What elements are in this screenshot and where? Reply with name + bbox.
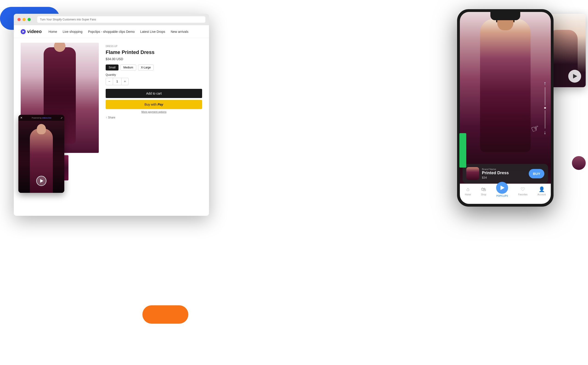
popclips-label: POPCLIPS [496, 195, 508, 197]
phone-frame: ↑ ↓ ☞ Brand Name Printed Dress $34 BUY [457, 9, 553, 207]
share-label: Share [108, 116, 115, 119]
site-logo[interactable]: videeo [21, 29, 42, 34]
nav-home[interactable]: Home [49, 30, 57, 34]
buy-now-button[interactable]: Buy with Pay [106, 100, 202, 109]
quantity-control: − 1 + [106, 78, 129, 85]
nav-live-drops[interactable]: Latest Live Drops [140, 30, 165, 34]
product-breadcrumb: DRESS UP [106, 45, 202, 48]
scroll-arrows: ↑ ↓ [544, 81, 546, 135]
size-xlarge[interactable]: X-Large [138, 64, 154, 70]
product-card-thumb-inner [466, 167, 479, 180]
phone-model-figure [480, 19, 531, 152]
nav-tab-favorites[interactable]: ♡ Favorites [518, 186, 528, 196]
shop-label: Shop [481, 193, 486, 196]
phone-video-background: ↑ ↓ ☞ Brand Name Printed Dress $34 BUY [460, 12, 551, 204]
product-price: $34.00 USD [106, 57, 202, 61]
scroll-dot [544, 107, 546, 109]
qty-increase[interactable]: + [121, 78, 128, 85]
browser-window: Turn Your Shopify Customers into Super F… [14, 14, 209, 216]
video-widget-brand: Powered by videeo.live [32, 117, 51, 119]
scroll-up-arrow[interactable]: ↑ [544, 81, 546, 86]
address-bar-text: Turn Your Shopify Customers into Super F… [40, 18, 96, 21]
product-details: DRESS UP Flame Printed Dress $34.00 USD … [106, 43, 202, 208]
logo-text: videeo [27, 29, 42, 34]
browser-dot-green[interactable] [28, 18, 31, 21]
qty-value: 1 [113, 78, 121, 85]
video-widget-expand[interactable]: ⤢ [61, 117, 63, 119]
product-title: Flame Printed Dress [106, 49, 202, 55]
mobile-buy-button[interactable]: BUY [529, 169, 544, 178]
scroll-line-2 [545, 110, 545, 129]
video-widget: ✕ Powered by videeo.live ⤢ [18, 115, 64, 193]
product-card-thumbnail [466, 167, 479, 180]
product-card-info: Brand Name Printed Dress $34 [482, 168, 526, 180]
logo-play-icon [21, 29, 26, 34]
video-widget-play-button[interactable] [36, 176, 46, 186]
phone-bottom-nav: ⌂ Home 🛍 Shop POPCLIPS ♡ Favorites 👤 [460, 184, 551, 204]
nav-new-arrivals[interactable]: New arrivals [171, 30, 188, 34]
product-card-price: $34 [482, 176, 526, 179]
size-medium[interactable]: Medium [120, 64, 136, 70]
orange-shape [142, 305, 188, 324]
nav-live-shopping[interactable]: Live shopping [63, 30, 82, 34]
more-payments-link[interactable]: More payment options [106, 110, 202, 113]
size-options: Small Medium X-Large [106, 64, 202, 70]
hand-cursor-icon: ☞ [529, 122, 541, 135]
video-widget-bg [18, 115, 64, 193]
nav-popclips[interactable]: Popclips - shoppable clips Demo [88, 30, 135, 34]
thumb-play-button[interactable] [568, 70, 581, 83]
share-icon: ↑ [106, 116, 107, 119]
favorites-label: Favorites [518, 193, 528, 196]
video-widget-brand-highlight: videeo.live [42, 117, 51, 119]
video-widget-header: ✕ Powered by videeo.live ⤢ [18, 115, 64, 121]
nav-tab-shop[interactable]: 🛍 Shop [481, 186, 486, 196]
buy-now-label: Buy with [144, 103, 157, 106]
site-nav: videeo Home Live shopping Popclips - sho… [14, 25, 209, 38]
nav-tab-home[interactable]: ⌂ Home [465, 186, 471, 196]
favorites-icon: ♡ [520, 186, 525, 192]
nav-tab-popclips[interactable]: POPCLIPS [496, 186, 508, 197]
browser-dot-red[interactable] [17, 18, 21, 21]
video-person-head [37, 124, 46, 134]
browser-chrome: Turn Your Shopify Customers into Super F… [14, 14, 209, 25]
share-button[interactable]: ↑ Share [106, 116, 202, 119]
phone-notch [490, 12, 520, 20]
qty-decrease[interactable]: − [106, 78, 113, 85]
scroll-line [545, 87, 545, 105]
green-shape [459, 133, 466, 168]
home-label: Home [465, 193, 471, 196]
video-widget-close[interactable]: ✕ [20, 116, 22, 119]
scroll-down-arrow[interactable]: ↓ [544, 130, 546, 135]
phone-model-body [480, 19, 531, 152]
nav-tab-account[interactable]: 👤 Account [538, 186, 546, 196]
product-card-brand: Brand Name [482, 168, 526, 171]
add-to-cart-button[interactable]: Add to cart [106, 89, 202, 98]
product-card-name: Printed Dress [482, 171, 526, 175]
browser-address-bar: Turn Your Shopify Customers into Super F… [37, 16, 205, 23]
account-icon: 👤 [538, 186, 545, 192]
pay-label: Pay [158, 103, 163, 106]
account-label: Account [538, 193, 546, 196]
quantity-label: Quantity [106, 73, 202, 77]
popclips-icon [496, 182, 508, 194]
phone-product-card: Brand Name Printed Dress $34 BUY [463, 164, 548, 183]
phone-screen: ↑ ↓ ☞ Brand Name Printed Dress $34 BUY [460, 12, 551, 204]
nav-items: Home Live shopping Popclips - shoppable … [49, 30, 188, 34]
shop-icon: 🛍 [481, 186, 486, 192]
browser-dot-yellow[interactable] [22, 18, 26, 21]
home-icon: ⌂ [466, 186, 469, 192]
side-card-partial [572, 156, 586, 170]
size-small[interactable]: Small [106, 64, 119, 70]
